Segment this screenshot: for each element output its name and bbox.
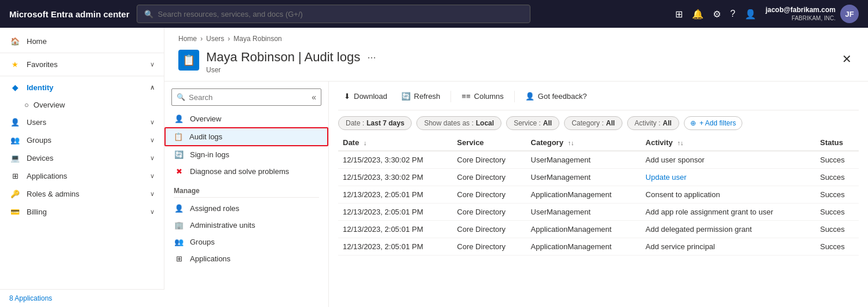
filter-date-label: Date : (346, 119, 364, 127)
filter-activity[interactable]: Activity : All (627, 116, 679, 130)
left-nav-search-input[interactable] (189, 93, 308, 102)
nav-overview-label: Overview (190, 114, 221, 123)
col-status: Status (815, 135, 859, 151)
sidebar-item-roles[interactable]: 🔑 Roles & admins ∨ (0, 185, 164, 203)
table-row[interactable]: 12/13/2023, 2:05:01 PM Core Directory Ap… (338, 238, 859, 256)
col-date: Date ↓ (338, 135, 452, 151)
sidebar: 🏠 Home ★ Favorites ∨ ◆ Identity ∧ ○ Over… (0, 28, 164, 307)
nav-assigned-roles-label: Assigned roles (190, 204, 239, 213)
table-row[interactable]: 12/13/2023, 2:05:01 PM Core Directory Ap… (338, 186, 859, 204)
assigned-roles-icon: 👤 (174, 204, 184, 213)
filter-service-label: Service : (514, 119, 541, 127)
download-button[interactable]: ⬇ Download (338, 88, 393, 104)
cell-activity: Add delegated permission grant (641, 221, 815, 238)
help-icon[interactable]: ? (730, 9, 735, 19)
search-icon: 🔍 (144, 10, 153, 19)
filter-activity-label: Activity : (635, 119, 661, 127)
top-nav-icons: ⊞ 🔔 ⚙ ? 👤 jacob@fabrikam.com FABRIKAM, I… (675, 5, 859, 23)
collapse-icon[interactable]: « (312, 93, 316, 102)
activity-sort-icon[interactable]: ↑↓ (677, 139, 683, 146)
category-sort-icon[interactable]: ↑↓ (568, 139, 574, 146)
sidebar-item-billing[interactable]: 💳 Billing ∨ (0, 203, 164, 221)
page-header: 📋 Maya Robinson | Audit logs ··· User ✕ (164, 45, 868, 82)
notification-icon[interactable]: 🔔 (692, 9, 704, 20)
filter-showdates-value: Local (476, 119, 494, 127)
settings-icon[interactable]: ⚙ (713, 9, 721, 20)
ellipsis-button[interactable]: ··· (365, 51, 378, 64)
table-row[interactable]: 12/13/2023, 2:05:01 PM Core Directory Ap… (338, 221, 859, 238)
cell-service: Core Directory (452, 169, 526, 186)
feedback-icon[interactable]: 👤 (745, 9, 756, 20)
sidebar-item-groups[interactable]: 👥 Groups ∨ (0, 131, 164, 149)
cell-activity: Add service principal (641, 238, 815, 256)
filter-category[interactable]: Category : All (564, 116, 622, 130)
nav-diagnose-label: Diagnose and solve problems (190, 167, 289, 176)
portal-icon[interactable]: ⊞ (675, 9, 683, 20)
feedback-button[interactable]: 👤 Got feedback? (519, 88, 593, 104)
left-nav-search-box[interactable]: 🔍 « (171, 88, 321, 106)
columns-button[interactable]: ≡≡ Columns (456, 88, 509, 104)
breadcrumb-users[interactable]: Users (206, 35, 224, 43)
audit-logs-icon: 📋 (182, 54, 195, 66)
table-row[interactable]: 12/15/2023, 3:30:02 PM Core Directory Us… (338, 169, 859, 186)
nav-item-diagnose[interactable]: ✖ Diagnose and solve problems (164, 163, 328, 180)
cell-date: 12/15/2023, 3:30:02 PM (338, 169, 452, 186)
toolbar: ⬇ Download 🔄 Refresh ≡≡ Columns 👤 (338, 88, 859, 110)
identity-expand-icon: ∧ (150, 84, 155, 91)
cell-category: ApplicationManagement (526, 238, 641, 256)
sidebar-item-home[interactable]: 🏠 Home (0, 32, 164, 50)
col-category: Category ↑↓ (526, 135, 641, 151)
bottom-app-count[interactable]: 8 Applications (0, 289, 164, 307)
cell-service: Core Directory (452, 204, 526, 221)
filter-service[interactable]: Service : All (506, 116, 559, 130)
users-expand-icon: ∨ (150, 119, 155, 126)
close-button[interactable]: ✕ (840, 50, 854, 68)
sidebar-item-users[interactable]: 👤 Users ∨ (0, 113, 164, 131)
add-filter-button[interactable]: ⊕ + Add filters (684, 116, 742, 130)
filter-show-dates[interactable]: Show dates as : Local (416, 116, 501, 130)
download-icon: ⬇ (344, 92, 350, 101)
nav-signin-logs-label: Sign-in logs (190, 150, 229, 159)
nav-item-admin-units[interactable]: 🏢 Administrative units (164, 217, 328, 234)
refresh-button[interactable]: 🔄 Refresh (395, 88, 446, 104)
filter-service-value: All (543, 119, 552, 127)
filter-activity-value: All (663, 119, 672, 127)
feedback-icon-toolbar: 👤 (525, 92, 534, 101)
sidebar-roles-label: Roles & admins (27, 190, 79, 198)
page-icon: 📋 (178, 50, 199, 71)
cell-category: UserManagement (526, 151, 641, 169)
sidebar-item-devices[interactable]: 💻 Devices ∨ (0, 149, 164, 167)
cell-status: Succes (815, 151, 859, 169)
col-service: Service (452, 135, 526, 151)
user-email: jacob@fabrikam.com (766, 6, 836, 15)
sidebar-item-identity[interactable]: ◆ Identity ∧ (0, 79, 164, 97)
cell-date: 12/13/2023, 2:05:01 PM (338, 186, 452, 204)
identity-icon: ◆ (9, 83, 21, 92)
table-header-row: Date ↓ Service Category ↑↓ Act (338, 135, 859, 151)
applications-icon: ⊞ (9, 172, 21, 180)
cell-status: Succes (815, 186, 859, 204)
avatar[interactable]: JF (840, 5, 859, 23)
nav-item-assigned-roles[interactable]: 👤 Assigned roles (164, 200, 328, 217)
sidebar-item-overview[interactable]: ○ Overview (0, 97, 164, 113)
nav-item-signin-logs[interactable]: 🔄 Sign-in logs (164, 146, 328, 163)
sidebar-item-favorites[interactable]: ★ Favorites ∨ (0, 56, 164, 73)
nav-item-groups-manage[interactable]: 👥 Groups (164, 234, 328, 250)
breadcrumb-home[interactable]: Home (178, 35, 197, 43)
sidebar-item-applications[interactable]: ⊞ Applications ∨ (0, 167, 164, 185)
nav-item-applications-manage[interactable]: ⊞ Applications (164, 250, 328, 267)
admin-units-icon: 🏢 (174, 221, 184, 230)
filter-date[interactable]: Date : Last 7 days (338, 116, 412, 130)
nav-item-audit-logs[interactable]: 📋 Audit logs (164, 127, 328, 146)
search-input[interactable] (158, 10, 523, 19)
nav-item-overview[interactable]: 👤 Overview (164, 110, 328, 127)
user-profile[interactable]: jacob@fabrikam.com FABRIKAM, INC. JF (766, 5, 859, 23)
date-sort-icon[interactable]: ↓ (364, 139, 367, 146)
search-box[interactable]: 🔍 (137, 5, 530, 23)
table-row[interactable]: 12/13/2023, 2:05:01 PM Core Directory Us… (338, 204, 859, 221)
cell-activity[interactable]: Update user (641, 169, 815, 186)
sidebar-overview-label: Overview (34, 101, 65, 109)
cell-service: Core Directory (452, 151, 526, 169)
table-row[interactable]: 12/15/2023, 3:30:02 PM Core Directory Us… (338, 151, 859, 169)
breadcrumb-maya[interactable]: Maya Robinson (233, 35, 281, 43)
